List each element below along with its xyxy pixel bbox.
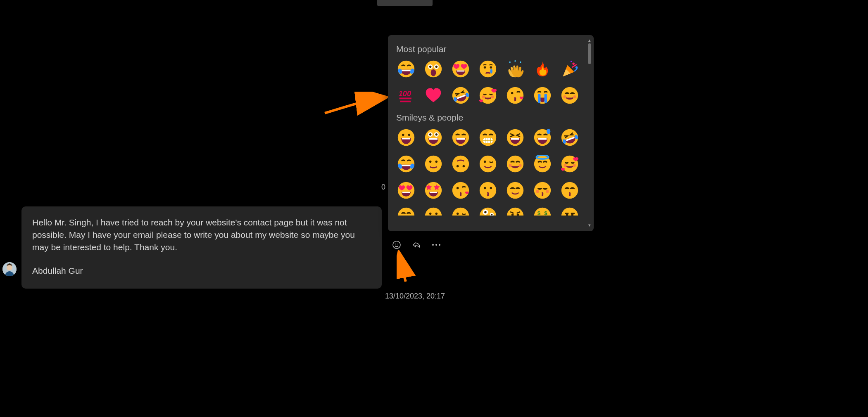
svg-point-46 [429, 133, 432, 136]
svg-point-63 [452, 156, 469, 172]
svg-point-85 [536, 190, 539, 193]
unread-count: 0 [381, 183, 385, 192]
message-timestamp: 13/10/2023, 20:17 [385, 292, 445, 301]
svg-point-90 [429, 213, 432, 215]
svg-point-69 [509, 164, 511, 167]
message-body: Hello Mr. Singh, I have tried to reach b… [32, 216, 371, 253]
emoji-red-heart[interactable] [423, 85, 443, 105]
svg-point-68 [507, 156, 523, 172]
svg-point-16 [484, 66, 486, 69]
emoji-smiling-face-with-halo[interactable] [533, 154, 552, 174]
svg-point-66 [480, 156, 496, 172]
emoji-picker: Most popular 100 Smileys & people $$$ ▴ … [388, 35, 594, 231]
svg-point-30 [482, 95, 485, 98]
emoji-react-button[interactable] [392, 240, 402, 250]
svg-text:$: $ [537, 210, 540, 216]
emoji-loudly-crying-face[interactable] [533, 85, 552, 105]
svg-text:$: $ [545, 210, 547, 216]
svg-point-75 [573, 164, 575, 167]
svg-point-3 [395, 244, 396, 244]
svg-point-42 [408, 134, 411, 136]
emoji-face-with-tears-of-joy[interactable] [396, 154, 416, 174]
svg-point-2 [393, 241, 400, 249]
emoji-smiling-face[interactable] [505, 180, 525, 200]
svg-point-79 [457, 187, 459, 190]
section-title-smileys: Smileys & people [396, 113, 590, 123]
svg-point-17 [490, 66, 492, 69]
emoji-clapping-hands[interactable] [505, 59, 525, 79]
emoji-fire[interactable] [533, 59, 552, 79]
emoji-smiling-face-with-smiling-eyes[interactable] [560, 85, 580, 105]
svg-text:100: 100 [399, 89, 411, 98]
emoji-slightly-smiling-face[interactable] [423, 154, 443, 174]
svg-point-15 [480, 61, 496, 77]
emoji-astonished-face[interactable] [423, 59, 443, 79]
svg-point-60 [425, 156, 442, 172]
svg-point-12 [435, 66, 438, 68]
emoji-smiling-face-with-hearts[interactable] [478, 85, 498, 105]
emoji-crying-face[interactable] [478, 59, 498, 79]
avatar [2, 262, 17, 276]
emoji-grinning-face[interactable] [396, 128, 416, 147]
emoji-star-struck[interactable] [423, 180, 443, 200]
emoji-kissing-face-with-smiling-eyes[interactable] [560, 180, 580, 200]
emoji-face-blowing-a-kiss[interactable] [505, 85, 525, 105]
scroll-up-button[interactable]: ▴ [587, 38, 592, 43]
svg-point-67 [484, 161, 486, 163]
scroll-down-button[interactable]: ▾ [587, 223, 592, 227]
emoji-zany-face[interactable] [478, 207, 498, 224]
emoji-winking-face-with-tongue[interactable] [451, 207, 471, 224]
svg-point-61 [429, 161, 432, 163]
emoji-face-blowing-a-kiss[interactable] [451, 180, 471, 200]
most-popular-grid: 100 [396, 59, 590, 105]
svg-point-21 [520, 62, 521, 63]
svg-point-19 [509, 62, 511, 63]
more-icon [432, 244, 440, 246]
svg-point-106 [561, 208, 578, 224]
emoji-angry-face[interactable] [505, 207, 525, 224]
svg-point-38 [563, 95, 566, 98]
svg-point-88 [398, 208, 414, 224]
emoji-smiling-face-with-hearts[interactable] [560, 154, 580, 174]
emoji-rolling-on-the-floor-laughing[interactable] [451, 85, 471, 105]
svg-point-92 [452, 208, 469, 224]
svg-point-53 [547, 129, 550, 134]
svg-point-80 [480, 182, 496, 199]
emoji-face-with-tongue[interactable] [423, 207, 443, 224]
svg-point-87 [561, 182, 578, 199]
emoji-upside-down-face[interactable] [451, 154, 471, 174]
emoji-kissing-face-with-closed-eyes[interactable] [533, 180, 552, 200]
svg-point-93 [457, 213, 459, 215]
svg-text:$: $ [540, 218, 543, 222]
emoji-smiling-face-with-smiling-eyes[interactable] [505, 154, 525, 174]
emoji-winking-face[interactable] [478, 154, 498, 174]
emoji-grinning-face-with-sweat[interactable] [533, 128, 552, 147]
emoji-beaming-face-with-smiling-eyes[interactable] [478, 128, 498, 147]
svg-point-41 [402, 134, 404, 136]
emoji-smiling-face-with-heart-eyes[interactable] [396, 180, 416, 200]
svg-point-89 [425, 208, 442, 224]
emoji-grinning-face-with-big-eyes[interactable] [423, 128, 443, 147]
emoji-smiling-face-with-heart-eyes[interactable] [451, 59, 471, 79]
emoji-kissing-face[interactable] [478, 180, 498, 200]
smileys-grid: $$$ [396, 128, 590, 224]
emoji-hundred-points[interactable]: 100 [396, 85, 416, 105]
emoji-grinning-squinting-face[interactable] [505, 128, 525, 147]
window-control-bar [377, 0, 433, 6]
message-actions [392, 240, 441, 250]
svg-point-31 [491, 95, 494, 98]
emoji-party-popper[interactable] [560, 59, 580, 79]
emoji-face-savoring-food[interactable] [396, 207, 416, 224]
svg-point-20 [514, 60, 516, 62]
emoji-grinning-face-with-smiling-eyes[interactable] [451, 128, 471, 147]
svg-point-70 [518, 164, 521, 167]
scroll-thumb[interactable] [588, 43, 591, 64]
emoji-face-with-tears-of-joy[interactable] [396, 59, 416, 79]
reply-button[interactable] [411, 240, 421, 250]
emoji-money-mouth-face[interactable]: $$$ [533, 207, 552, 224]
svg-point-94 [479, 207, 497, 224]
svg-point-37 [561, 87, 578, 104]
more-options-button[interactable] [431, 240, 441, 250]
emoji-rolling-on-the-floor-laughing[interactable] [560, 128, 580, 147]
emoji-unamused-face[interactable] [560, 207, 580, 224]
